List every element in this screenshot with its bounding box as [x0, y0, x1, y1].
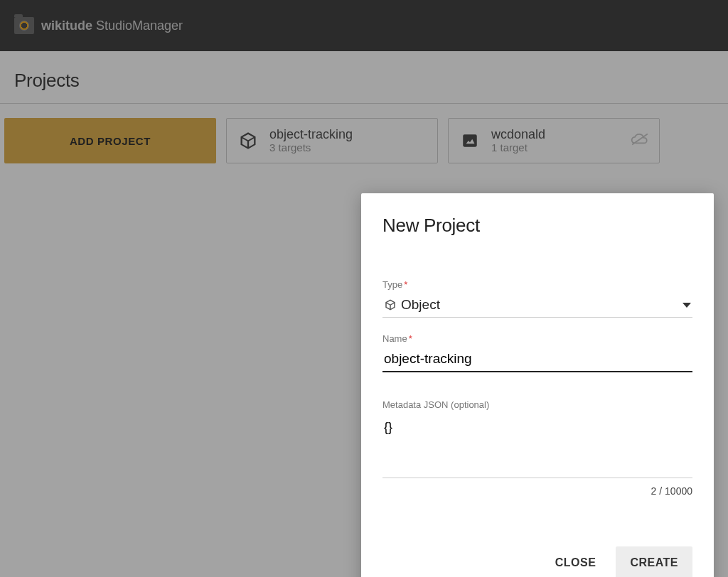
dialog-title: New Project: [382, 215, 692, 237]
create-button[interactable]: CREATE: [616, 546, 692, 577]
type-select[interactable]: Object: [382, 293, 692, 318]
type-required: *: [404, 279, 407, 290]
type-label-row: Type*: [382, 279, 692, 290]
metadata-input[interactable]: {}: [382, 417, 692, 478]
close-button[interactable]: CLOSE: [555, 556, 596, 569]
name-label: Name: [382, 333, 407, 344]
name-required: *: [409, 333, 412, 344]
metadata-label: Metadata JSON (optional): [382, 399, 692, 410]
name-input[interactable]: [382, 347, 692, 372]
type-label: Type: [382, 279, 402, 290]
new-project-dialog: New Project Type* Object Name* Metadata …: [361, 193, 714, 577]
name-label-row: Name*: [382, 333, 692, 344]
cube-icon: [384, 298, 397, 311]
metadata-counter: 2 / 10000: [382, 485, 692, 497]
dialog-actions: CLOSE CREATE: [382, 546, 692, 577]
type-value-text: Object: [401, 297, 440, 313]
chevron-down-icon: [682, 303, 691, 308]
type-select-value: Object: [384, 297, 440, 313]
